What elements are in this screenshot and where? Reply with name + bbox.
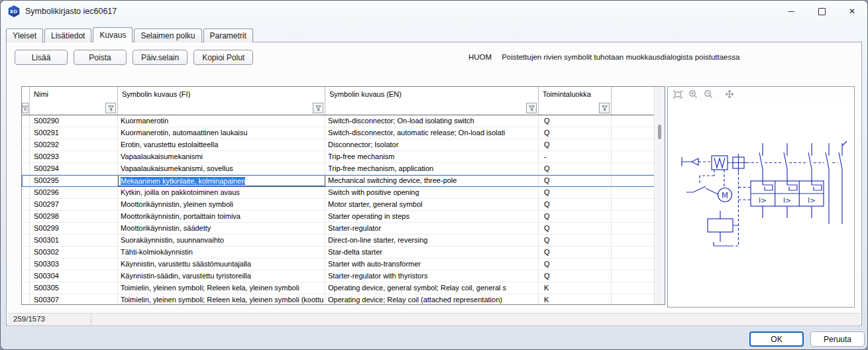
table-vertical-scrollbar[interactable] — [654, 87, 665, 304]
scrollbar-thumb[interactable] — [658, 125, 661, 139]
tab-parametrit[interactable]: Parametrit — [203, 29, 253, 42]
cell-toimintaluokka[interactable]: Q — [539, 270, 612, 282]
column-header-kuvaus-fi[interactable]: Symbolin kuvaus (FI) — [118, 87, 325, 102]
cell-toimintaluokka[interactable]: Q — [539, 163, 612, 174]
maximize-button[interactable] — [806, 1, 837, 22]
filter-button[interactable] — [599, 103, 610, 113]
cell-kuvaus-en[interactable]: Starter with auto-transformer — [325, 259, 539, 270]
cell-nimi[interactable]: S00301 — [30, 235, 118, 246]
cell-kuvaus-fi[interactable]: Käynnistin-säädin, varustettu tyristorei… — [118, 270, 325, 282]
column-header-toimintaluokka[interactable]: Toimintaluokka — [539, 87, 612, 102]
table-row[interactable]: S00292 Erotin, varustettu estolaitteella… — [22, 139, 665, 151]
row-selector-cell[interactable] — [22, 270, 30, 282]
filter-cell-kuvaus-en[interactable] — [325, 102, 539, 115]
cell-nimi[interactable]: S00302 — [30, 247, 118, 258]
cell-kuvaus-en[interactable]: Disconnector; Isolator — [325, 139, 539, 150]
cell-toimintaluokka[interactable]: Q — [539, 127, 612, 139]
cell-nimi[interactable]: S00298 — [30, 211, 118, 222]
table-row[interactable]: S00302 Tähti-kolmiokäynnistin Star-delta… — [22, 247, 665, 259]
table-row[interactable]: S00301 Suorakäynnistin, suunnanvaihto Di… — [22, 235, 665, 247]
minimize-button[interactable] — [776, 1, 806, 22]
cell-kuvaus-fi[interactable]: Vapaalaukaisumekanismi, sovellus — [118, 163, 325, 174]
cell-kuvaus-en[interactable]: Direct-on-line starter, reversing — [325, 235, 539, 246]
cell-nimi[interactable]: S00294 — [30, 163, 118, 174]
row-selector-cell[interactable] — [22, 115, 30, 127]
cancel-button[interactable]: Peruuta — [810, 331, 865, 347]
cell-kuvaus-fi[interactable]: Moottorikäynnistin, säädetty — [118, 223, 325, 234]
table-row[interactable]: S00297 Moottorikäynnistin, yleinen symbo… — [22, 199, 665, 211]
cell-kuvaus-en[interactable]: Switch-disconnector; On-load isolating s… — [325, 115, 539, 127]
cell-toimintaluokka[interactable]: Q — [539, 175, 612, 186]
filter-button[interactable] — [22, 103, 28, 113]
row-selector-cell[interactable] — [22, 139, 30, 150]
row-selector-cell[interactable] — [22, 187, 30, 198]
column-header-rowselector[interactable] — [22, 87, 30, 102]
cell-toimintaluokka[interactable]: K — [539, 282, 612, 294]
filter-button[interactable] — [526, 103, 537, 113]
tab-lisatiedot[interactable]: Lisätiedot — [44, 29, 91, 42]
cell-nimi[interactable]: S00299 — [30, 223, 118, 234]
tab-selaimen-polku[interactable]: Selaimen polku — [134, 29, 201, 42]
cell-toimintaluokka[interactable]: - — [539, 151, 612, 162]
zoom-in-button[interactable] — [688, 89, 698, 99]
filter-button[interactable] — [313, 103, 323, 113]
delete-button[interactable]: Poista — [74, 50, 127, 65]
cell-kuvaus-en[interactable]: Switch-disconnector, automatic release; … — [325, 127, 539, 139]
row-selector-cell[interactable] — [22, 223, 30, 234]
cell-kuvaus-fi[interactable]: Kuormanerotin — [118, 115, 325, 127]
cell-kuvaus-en[interactable]: Motor starter, general symbol — [325, 199, 539, 210]
column-header-nimi[interactable]: Nimi — [30, 87, 118, 102]
cell-nimi[interactable]: S00292 — [30, 139, 118, 150]
cell-nimi[interactable]: S00303 — [30, 259, 118, 270]
cell-kuvaus-fi[interactable]: Suorakäynnistin, suunnanvaihto — [118, 235, 325, 246]
table-row[interactable]: S00298 Moottorikäynnistin, portaittain t… — [22, 211, 665, 223]
cell-kuvaus-en[interactable]: Starter-regulator — [325, 223, 539, 234]
cell-toimintaluokka[interactable]: Q — [539, 115, 612, 127]
filter-cell-nimi[interactable] — [30, 102, 118, 115]
cell-kuvaus-fi[interactable]: Tähti-kolmiokäynnistin — [118, 247, 325, 258]
cell-nimi[interactable]: S00291 — [30, 127, 118, 139]
cell-kuvaus-fi[interactable]: Moottorikäynnistin, portaittain toimiva — [118, 211, 325, 222]
cell-toimintaluokka[interactable]: Q — [539, 259, 612, 270]
cell-nimi[interactable]: S00304 — [30, 270, 118, 282]
table-row[interactable]: S00295 Mekaaninen kytkinlaite, kolminapa… — [22, 175, 665, 187]
copy-paths-button[interactable]: Kopioi Polut — [193, 50, 253, 65]
table-row[interactable]: S00307 Toimielin, yleinen symboli; Relee… — [22, 294, 665, 305]
row-selector-cell[interactable] — [22, 199, 30, 210]
add-button[interactable]: Lisää — [15, 50, 68, 65]
cell-kuvaus-en[interactable]: Starter operating in steps — [325, 211, 539, 222]
cell-kuvaus-en[interactable]: Trip-free mechanism, application — [325, 163, 539, 174]
titlebar[interactable]: ED Symbolikirjasto iec60617 ✕ — [1, 1, 867, 22]
cell-nimi[interactable]: S00295 — [30, 175, 118, 186]
cell-nimi[interactable]: S00305 — [30, 282, 118, 294]
cell-kuvaus-fi[interactable]: Toimielin, yleinen symboli; Releen kela,… — [118, 282, 325, 294]
table-row[interactable]: S00291 Kuormanerotin, automaattinen lauk… — [22, 127, 665, 139]
cell-toimintaluokka[interactable]: Q — [539, 211, 612, 222]
cell-kuvaus-fi[interactable]: Mekaaninen kytkinlaite, kolminapainen — [118, 175, 325, 186]
cell-nimi[interactable]: S00293 — [30, 151, 118, 162]
cell-kuvaus-fi[interactable]: Kytkin, joilla on pakkotoiminen avaus — [118, 187, 325, 198]
cell-kuvaus-fi[interactable]: Erotin, varustettu estolaitteella — [118, 139, 325, 150]
cell-nimi[interactable]: S00297 — [30, 199, 118, 210]
row-selector-cell[interactable] — [22, 151, 30, 162]
cell-nimi[interactable]: S00296 — [30, 187, 118, 198]
table-row[interactable]: S00294 Vapaalaukaisumekanismi, sovellus … — [22, 163, 665, 175]
table-row[interactable]: S00305 Toimielin, yleinen symboli; Relee… — [22, 282, 665, 294]
cell-nimi[interactable]: S00307 — [30, 294, 118, 305]
cell-kuvaus-en[interactable]: Star-delta starter — [325, 247, 539, 258]
update-browser-button[interactable]: Päiv.selain — [133, 50, 188, 65]
column-header-kuvaus-en[interactable]: Symbolin kuvaus (EN) — [325, 87, 539, 102]
pan-button[interactable] — [724, 89, 735, 99]
row-selector-cell[interactable] — [22, 259, 30, 270]
cell-toimintaluokka[interactable]: K — [539, 294, 612, 305]
table-row[interactable]: S00299 Moottorikäynnistin, säädetty Star… — [22, 223, 665, 235]
cell-toimintaluokka[interactable]: Q — [539, 187, 612, 198]
cell-toimintaluokka[interactable]: Q — [539, 139, 612, 150]
fit-region-button[interactable] — [673, 89, 683, 99]
cell-kuvaus-en[interactable]: Mechanical switching device, three-pole — [325, 175, 539, 186]
cell-kuvaus-fi[interactable]: Kuormanerotin, automaattinen laukaisu — [118, 127, 325, 139]
row-selector-cell[interactable] — [22, 175, 30, 186]
row-selector-cell[interactable] — [22, 163, 30, 174]
zoom-out-button[interactable] — [703, 89, 714, 99]
row-selector-cell[interactable] — [22, 294, 30, 305]
